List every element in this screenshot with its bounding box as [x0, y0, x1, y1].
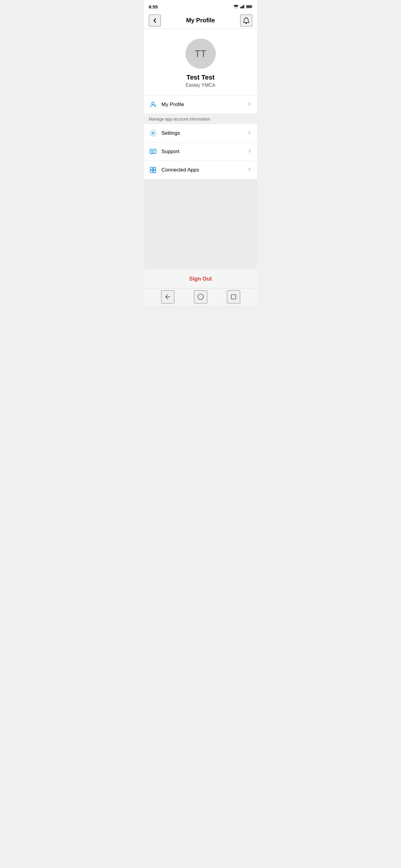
svg-point-8 [152, 132, 154, 134]
profile-section: TT Test Test Easley YMCA [144, 29, 257, 96]
svg-rect-15 [153, 170, 156, 173]
svg-rect-2 [242, 6, 243, 8]
svg-rect-14 [150, 170, 153, 173]
wifi-icon [233, 5, 238, 8]
svg-rect-3 [244, 5, 245, 8]
phone-frame: 6:55 My [144, 0, 257, 305]
svg-rect-5 [252, 6, 252, 7]
menu-item-my-profile[interactable]: My Profile [144, 96, 257, 114]
chat-icon [149, 147, 157, 156]
menu-item-settings[interactable]: Settings [144, 124, 257, 143]
bottom-nav [144, 288, 257, 305]
svg-rect-6 [247, 5, 251, 7]
avatar: TT [185, 38, 216, 69]
grid-icon [149, 166, 157, 174]
menu-label-connected-apps: Connected Apps [162, 167, 199, 173]
svg-point-7 [152, 102, 154, 104]
sign-out-section: Sign Out [144, 270, 257, 288]
empty-area [144, 179, 257, 270]
status-time: 6:55 [149, 4, 158, 9]
home-nav-button[interactable] [194, 290, 207, 304]
menu-section: My Profile Manage app account informatio… [144, 96, 257, 179]
svg-rect-12 [150, 167, 153, 170]
circle-home-icon [197, 293, 204, 300]
chevron-right-icon [247, 130, 252, 136]
gear-icon [149, 129, 157, 137]
menu-label-support: Support [162, 149, 179, 155]
profile-name: Test Test [187, 73, 214, 82]
person-icon [149, 100, 157, 109]
svg-rect-9 [150, 149, 156, 153]
recents-nav-button[interactable] [227, 290, 240, 304]
svg-rect-17 [231, 294, 236, 299]
chevron-right-icon [247, 167, 252, 173]
bell-icon [242, 17, 250, 24]
profile-organization: Easley YMCA [185, 83, 215, 88]
back-button[interactable] [149, 14, 161, 27]
nav-bar: My Profile [144, 12, 257, 29]
notifications-button[interactable] [240, 14, 252, 27]
triangle-back-icon [165, 293, 171, 300]
sign-out-button[interactable]: Sign Out [189, 276, 212, 282]
page-title: My Profile [186, 17, 215, 24]
chevron-right-icon [247, 101, 252, 108]
chevron-right-icon [247, 148, 252, 155]
menu-item-support[interactable]: Support [144, 143, 257, 161]
svg-rect-13 [153, 167, 156, 170]
back-nav-button[interactable] [161, 290, 174, 304]
menu-label-settings: Settings [162, 130, 180, 136]
signal-icon [240, 5, 245, 8]
battery-icon [246, 5, 252, 8]
square-recents-icon [230, 293, 237, 300]
svg-rect-0 [240, 7, 241, 8]
svg-point-16 [198, 294, 203, 299]
menu-item-connected-apps[interactable]: Connected Apps [144, 161, 257, 179]
svg-rect-1 [241, 6, 242, 8]
menu-subtitle-text: Manage app account information [149, 117, 210, 121]
menu-label-my-profile: My Profile [162, 101, 184, 107]
status-bar: 6:55 [144, 0, 257, 12]
avatar-initials: TT [195, 48, 206, 59]
menu-subtitle-row: Manage app account information [144, 114, 257, 124]
status-icons [233, 5, 252, 8]
